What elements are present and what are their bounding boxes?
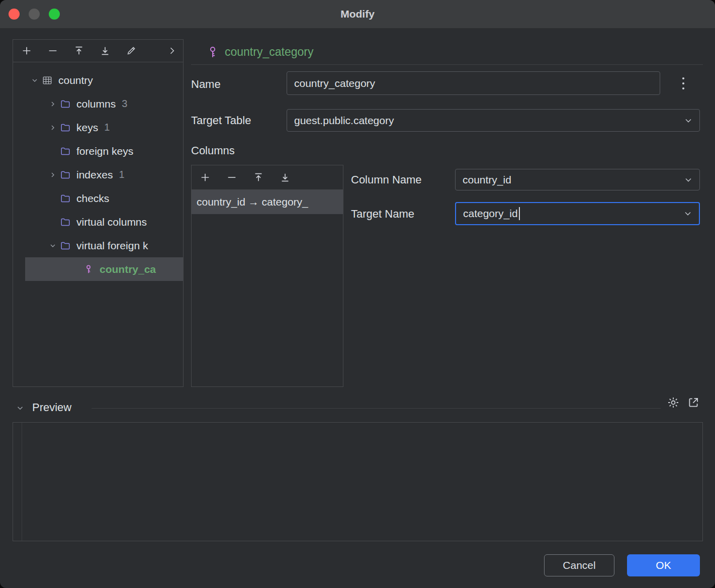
tree-item-count: 3 bbox=[122, 98, 127, 110]
tree-item-foreign-keys[interactable]: foreign keys bbox=[13, 139, 183, 163]
folder-icon bbox=[59, 145, 71, 157]
column-mapping-item[interactable]: country_id → category_ bbox=[192, 190, 343, 214]
gear-icon[interactable] bbox=[666, 395, 681, 410]
tree-item-keys[interactable]: keys 1 bbox=[13, 116, 183, 139]
chevron-down-icon bbox=[683, 116, 693, 126]
object-tree-panel: country columns 3 keys bbox=[13, 39, 184, 387]
folder-icon bbox=[59, 240, 71, 252]
toolbar-overflow-button[interactable] bbox=[167, 46, 177, 56]
tree-item-label: indexes bbox=[76, 169, 113, 181]
ok-button[interactable]: OK bbox=[627, 554, 700, 576]
target-name-label: Target Name bbox=[351, 208, 414, 221]
open-in-window-icon[interactable] bbox=[686, 395, 701, 410]
chevron-placeholder bbox=[46, 146, 59, 157]
preview-collapse-chevron-down-icon[interactable] bbox=[14, 403, 26, 413]
preview-divider bbox=[92, 408, 661, 409]
chevron-placeholder bbox=[69, 264, 82, 275]
close-button[interactable] bbox=[9, 9, 20, 20]
name-label: Name bbox=[191, 78, 221, 91]
folder-icon bbox=[59, 169, 71, 181]
target-table-value: guest.public.category bbox=[294, 115, 394, 127]
columns-toolbar bbox=[192, 165, 343, 190]
tree-item-country[interactable]: country bbox=[13, 68, 183, 92]
preview-label: Preview bbox=[32, 401, 71, 414]
key-icon bbox=[82, 263, 95, 275]
tree-item-label: columns bbox=[76, 98, 116, 110]
chevron-down-icon[interactable] bbox=[46, 240, 59, 251]
tree-item-label: country bbox=[58, 74, 93, 86]
cancel-button[interactable]: Cancel bbox=[544, 554, 614, 576]
add-column-button[interactable] bbox=[200, 172, 211, 183]
folder-icon bbox=[59, 122, 71, 134]
chevron-right-icon[interactable] bbox=[46, 122, 59, 133]
tree-item-label: keys bbox=[76, 122, 98, 134]
tree-item-count: 1 bbox=[104, 122, 110, 133]
minimize-button[interactable] bbox=[29, 9, 40, 20]
tree-item-label: country_ca bbox=[100, 263, 156, 275]
target-table-label: Target Table bbox=[191, 114, 251, 127]
remove-button[interactable] bbox=[47, 45, 58, 56]
chevron-right-icon[interactable] bbox=[46, 99, 59, 110]
key-icon bbox=[206, 45, 219, 59]
column-name-select[interactable]: country_id bbox=[455, 169, 700, 190]
more-options-button[interactable] bbox=[676, 75, 691, 92]
zoom-button[interactable] bbox=[49, 9, 60, 20]
modify-dialog: Modify bbox=[0, 0, 715, 588]
tree-item-label: virtual columns bbox=[76, 216, 147, 228]
tree-item-columns[interactable]: columns 3 bbox=[13, 92, 183, 116]
column-name-label: Column Name bbox=[351, 173, 422, 186]
move-column-up-button[interactable] bbox=[253, 172, 264, 183]
name-input[interactable] bbox=[287, 71, 660, 95]
columns-section-label: Columns bbox=[191, 144, 235, 157]
tree-item-virtual-columns[interactable]: virtual columns bbox=[13, 210, 183, 234]
column-name-value: country_id bbox=[463, 174, 511, 186]
add-button[interactable] bbox=[21, 45, 32, 56]
tree-item-label: foreign keys bbox=[76, 145, 133, 157]
table-icon bbox=[41, 74, 53, 86]
chevron-down-icon bbox=[683, 175, 693, 185]
text-caret bbox=[519, 207, 520, 220]
move-down-button[interactable] bbox=[100, 45, 111, 56]
tree-item-checks[interactable]: checks bbox=[13, 186, 183, 210]
object-tree: country columns 3 keys bbox=[13, 62, 183, 281]
chevron-placeholder bbox=[46, 193, 59, 204]
chevron-right-icon[interactable] bbox=[46, 169, 59, 180]
window-title: Modify bbox=[0, 0, 715, 28]
target-table-select[interactable]: guest.public.category bbox=[287, 109, 700, 132]
remove-column-button[interactable] bbox=[226, 172, 237, 183]
tree-item-virtual-foreign-keys[interactable]: virtual foreign k bbox=[13, 234, 183, 257]
foreign-key-title: country_category bbox=[225, 45, 313, 59]
chevron-down-icon[interactable] bbox=[28, 75, 41, 86]
traffic-lights bbox=[9, 9, 60, 20]
tree-item-indexes[interactable]: indexes 1 bbox=[13, 163, 183, 186]
preview-editor[interactable] bbox=[13, 422, 703, 541]
target-name-select-focused[interactable]: category_id bbox=[455, 202, 700, 225]
tree-item-label: checks bbox=[76, 192, 109, 205]
folder-icon bbox=[59, 216, 71, 228]
move-up-button[interactable] bbox=[73, 45, 84, 56]
target-name-value: category_id bbox=[463, 208, 518, 220]
header-divider bbox=[191, 64, 703, 65]
columns-mapping-panel: country_id → category_ bbox=[191, 165, 343, 387]
title-bar: Modify bbox=[0, 0, 715, 28]
folder-icon bbox=[59, 192, 71, 205]
chevron-placeholder bbox=[46, 217, 59, 228]
chevron-down-icon bbox=[683, 209, 693, 219]
tree-item-count: 1 bbox=[119, 169, 124, 180]
folder-icon bbox=[59, 98, 71, 110]
tree-item-country-category-selected[interactable]: country_ca bbox=[13, 257, 183, 281]
tree-toolbar bbox=[13, 40, 183, 62]
edit-button[interactable] bbox=[126, 45, 137, 56]
move-column-down-button[interactable] bbox=[280, 172, 291, 183]
tree-item-label: virtual foreign k bbox=[76, 240, 148, 252]
